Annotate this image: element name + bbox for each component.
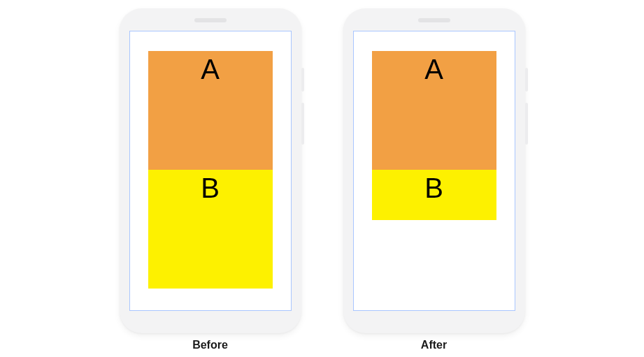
phone-speaker [418,18,450,22]
phone-screen: A B [129,31,292,311]
block-b: B [148,170,273,289]
block-a: A [372,51,496,170]
block-label: A [424,55,443,170]
diagram-stage: A B Before A B [0,0,644,357]
phone-power-button [301,68,304,92]
phone-volume-button [301,103,304,145]
layout-stack: A B [372,51,496,220]
phone-caption: After [421,339,447,351]
phone-before-wrap: A B Before [120,8,301,351]
layout-stack: A B [148,51,273,289]
phone-after-wrap: A B After [343,8,525,351]
block-label: B [201,174,220,289]
block-label: A [201,55,220,170]
phone-mockup: A B [343,8,525,333]
phone-screen: A B [353,31,515,311]
block-a: A [148,51,273,170]
phone-speaker [194,18,227,22]
block-b: B [372,170,496,220]
phone-mockup: A B [120,8,301,333]
phone-power-button [525,68,528,92]
block-label: B [424,174,443,220]
phone-volume-button [525,103,528,145]
phone-caption: Before [192,339,228,351]
